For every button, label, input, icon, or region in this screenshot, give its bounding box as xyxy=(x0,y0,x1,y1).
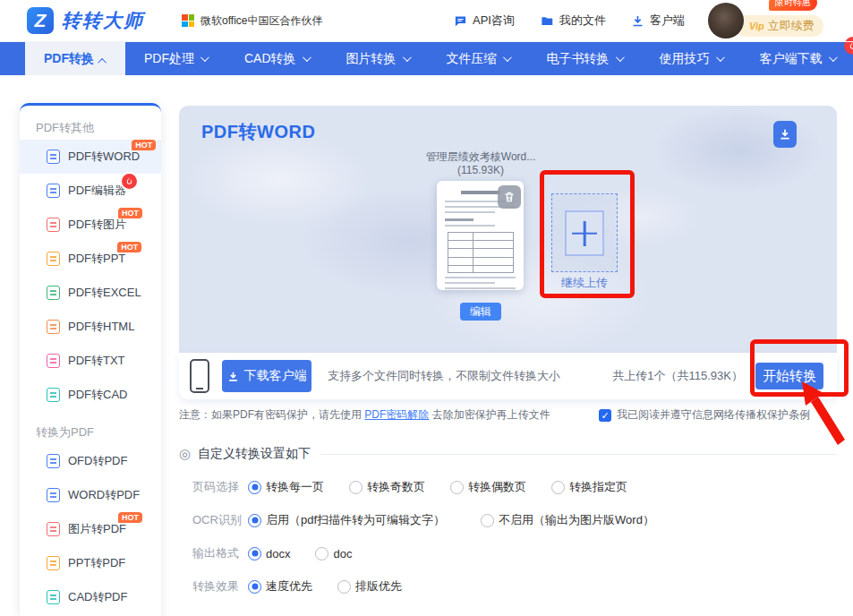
radio-option[interactable]: 排版优先 xyxy=(337,578,402,595)
sidebar-item-pdf-to-ppt[interactable]: PDF转PPT HOT xyxy=(20,242,161,276)
agreement-checkbox[interactable]: ✓ xyxy=(599,409,611,422)
doc-icon xyxy=(47,454,60,468)
logo-z-icon: Z xyxy=(27,7,54,34)
account-area: Vip 立即续费 限时特惠 xyxy=(708,2,808,39)
doc-icon xyxy=(47,150,60,164)
radio-icon xyxy=(551,481,565,494)
api-consult-link[interactable]: API咨询 xyxy=(454,13,515,29)
agreement-row: ✓ 我已阅读并遵守信息网络传播权保护条例 xyxy=(599,407,810,423)
renew-button[interactable]: Vip 立即续费 xyxy=(735,15,823,37)
sidebar-item-image-to-pdf[interactable]: 图片转PDF HOT xyxy=(20,512,161,546)
radio-option[interactable]: 转换奇数页 xyxy=(349,479,425,495)
sidebar-item-pdf-to-image[interactable]: PDF转图片 HOT xyxy=(20,208,161,242)
pdf-editor-icon xyxy=(47,184,60,198)
sidebar-section-title: 转换为PDF xyxy=(36,421,161,444)
chevron-down-icon xyxy=(303,53,311,62)
page-title: PDF转WORD xyxy=(201,120,315,144)
radio-option[interactable]: 启用（pdf扫描件转为可编辑文字） xyxy=(248,512,445,528)
header: Z 转转大师 微软office中国区合作伙伴 API咨询 我的文件 客户端 Vi… xyxy=(0,0,853,42)
radio-selected-icon xyxy=(248,547,261,560)
radio-option[interactable]: 转换偶数页 xyxy=(450,479,526,495)
password-notice: 注意：如果PDF有密码保护，请先使用 PDF密码解除 去除加密保护再上传文件 xyxy=(179,407,550,423)
setting-row-convert-effect: 转换效果 速度优先 排版优先 xyxy=(179,578,837,595)
nav-item-image-convert[interactable]: 图片转换 xyxy=(328,42,428,75)
agreement-text: 我已阅读并遵守信息网络传播权保护条例 xyxy=(617,407,810,423)
radio-selected-icon xyxy=(248,481,261,494)
app-logo[interactable]: Z 转转大师 xyxy=(27,7,144,34)
download-icon xyxy=(631,14,644,28)
radio-icon xyxy=(481,514,494,527)
phone-icon xyxy=(190,359,209,393)
doc-icon xyxy=(47,286,60,300)
promo-badge: 限时特惠 xyxy=(769,0,817,11)
hot-badge: HOT xyxy=(118,208,142,218)
my-files-link[interactable]: 我的文件 xyxy=(540,13,606,29)
chevron-down-icon xyxy=(403,53,412,62)
nav-item-cad-convert[interactable]: CAD转换 xyxy=(226,42,328,75)
nav-item-file-compress[interactable]: 文件压缩 xyxy=(428,42,528,75)
sidebar-item-word-to-pdf[interactable]: WORD转PDF xyxy=(20,478,161,512)
upload-more-dropzone[interactable] xyxy=(551,193,618,272)
nav-item-ebook-convert[interactable]: 电子书转换 xyxy=(528,42,641,75)
chevron-down-icon xyxy=(716,53,725,62)
radio-option[interactable]: 速度优先 xyxy=(248,578,312,595)
download-all-button[interactable] xyxy=(773,121,797,148)
sidebar-item-pdf-to-txt[interactable]: PDF转TXT xyxy=(20,344,161,378)
avatar[interactable] xyxy=(708,3,744,38)
upload-more-label: 继续上传 xyxy=(533,275,635,291)
edit-button[interactable]: 编辑 xyxy=(460,303,501,321)
sidebar-item-ppt-to-pdf[interactable]: PPT转PDF xyxy=(20,546,161,580)
ms-partner: 微软office中国区合作伙伴 xyxy=(182,13,322,29)
doc-icon xyxy=(47,556,60,570)
delete-file-button[interactable] xyxy=(498,185,521,209)
sidebar-item-cad-to-pdf[interactable]: CAD转PDF xyxy=(20,580,161,614)
convert-button[interactable]: 开始转换 xyxy=(755,363,823,389)
microsoft-logo-icon xyxy=(182,14,194,27)
radio-option[interactable]: 转换每一页 xyxy=(248,479,324,495)
radio-option[interactable]: docx xyxy=(248,547,290,560)
hot-badge: HOT xyxy=(118,512,142,523)
doc-icon xyxy=(47,488,60,502)
radio-icon xyxy=(349,481,363,494)
sidebar-item-pdf-to-cad[interactable]: PDF转CAD xyxy=(20,378,161,412)
sidebar-item-pdf-to-word[interactable]: PDF转WORD HOT xyxy=(20,140,161,174)
doc-icon xyxy=(47,388,60,402)
sidebar-item-pdf-to-excel[interactable]: PDF转EXCEL xyxy=(20,276,161,310)
support-text: 支持多个文件同时转换，不限制文件转换大小 xyxy=(328,368,560,384)
hot-badge: HOT xyxy=(117,242,141,252)
chevron-down-icon xyxy=(829,53,838,62)
download-client-button[interactable]: 下载客户端 xyxy=(222,360,311,392)
doc-icon xyxy=(47,218,60,232)
chevron-down-icon xyxy=(616,53,625,62)
nav-item-tips[interactable]: 使用技巧 xyxy=(641,42,741,75)
action-bar: 下载客户端 支持多个文件同时转换，不限制文件转换大小 共上传1个（共115.93… xyxy=(179,353,837,399)
partner-text: 微软office中国区合作伙伴 xyxy=(200,13,322,29)
sidebar-item-ofd-to-pdf[interactable]: OFD转PDF xyxy=(20,444,161,478)
upload-count-text: 共上传1个（共115.93K） xyxy=(612,368,743,384)
chevron-down-icon xyxy=(200,53,209,62)
settings-icon: ◎ xyxy=(179,446,191,462)
chat-icon xyxy=(454,14,467,28)
sidebar-item-pdf-editor[interactable]: PDF编辑器 xyxy=(20,174,161,208)
radio-option[interactable]: 转换指定页 xyxy=(551,479,627,495)
radio-option[interactable]: doc xyxy=(315,547,352,560)
nav-item-pdf-process[interactable]: PDF处理 xyxy=(125,42,226,75)
fire-badge-icon xyxy=(120,172,139,191)
main-content: PDF转WORD 管理层绩效考核Word... (115.93K) xyxy=(179,106,837,595)
nav-item-pdf-convert[interactable]: PDF转换 xyxy=(25,42,125,75)
radio-icon xyxy=(315,547,328,560)
radio-option[interactable]: 不启用（输出为图片版Word） xyxy=(481,512,654,528)
radio-selected-icon xyxy=(248,580,261,594)
plus-icon xyxy=(565,210,604,256)
folder-icon xyxy=(540,14,554,28)
hot-badge: HOT xyxy=(132,140,156,150)
client-download-link[interactable]: 客户端 xyxy=(631,13,685,29)
doc-icon xyxy=(47,590,60,604)
sidebar: PDF转其他 PDF转WORD HOT PDF编辑器 PDF转图片 HOT PD… xyxy=(20,103,161,616)
settings-title-row: ◎ 自定义转换设置如下 xyxy=(179,446,837,462)
download-icon xyxy=(227,371,239,382)
nav-item-client-download[interactable]: 客户端下载 xyxy=(741,42,853,75)
setting-row-page-select: 页码选择 转换每一页 转换奇数页 转换偶数页 转换指定页 xyxy=(179,479,837,495)
sidebar-item-pdf-to-html[interactable]: PDF转HTML xyxy=(20,310,161,344)
pdf-password-remove-link[interactable]: PDF密码解除 xyxy=(364,408,429,421)
